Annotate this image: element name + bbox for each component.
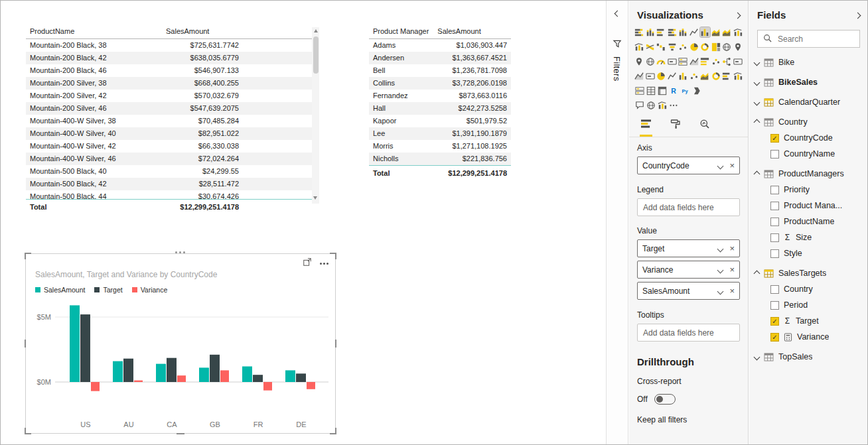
checkbox-Country[interactable] bbox=[770, 285, 779, 294]
table-row[interactable]: Andersen$1,363,667.4521 bbox=[369, 52, 511, 64]
report-canvas[interactable]: ProductNameSalesAmount Mountain-200 Blac… bbox=[1, 1, 606, 444]
remove-field-icon[interactable]: × bbox=[729, 286, 735, 295]
bar-Target-GB[interactable] bbox=[210, 355, 220, 382]
bar-SalesAmount-DE[interactable] bbox=[285, 370, 295, 382]
column-header-salesamount[interactable]: SalesAmount bbox=[433, 25, 511, 38]
power-apps-icon[interactable] bbox=[691, 86, 701, 95]
qna-icon[interactable] bbox=[634, 100, 644, 110]
table-row[interactable]: Mountain-400-W Silver, 46$72,024.264 bbox=[26, 153, 319, 165]
table-row[interactable]: Morris$1,271,108.1925 bbox=[369, 140, 511, 153]
table-row[interactable]: Mountain-200 Silver, 38$668,400.255 bbox=[26, 77, 319, 90]
table-row[interactable]: Mountain-200 Black, 42$638,035.6779 bbox=[26, 52, 319, 64]
key-influencers-icon[interactable] bbox=[711, 56, 721, 66]
tab-format[interactable] bbox=[670, 117, 682, 137]
more-visuals-icon[interactable] bbox=[668, 100, 678, 110]
r-script-visual-icon[interactable]: R bbox=[668, 86, 678, 95]
matrix-icon[interactable] bbox=[657, 86, 667, 95]
stacked-area-chart-icon[interactable] bbox=[722, 27, 732, 37]
custom-visual-8-icon[interactable] bbox=[733, 71, 743, 81]
remove-field-icon[interactable]: × bbox=[729, 161, 735, 170]
gauge-icon[interactable] bbox=[656, 56, 666, 66]
area-chart-icon[interactable] bbox=[711, 27, 721, 37]
smart-narrative-icon[interactable] bbox=[733, 56, 743, 66]
filters-pane-collapsed[interactable]: Filters bbox=[606, 1, 628, 444]
custom-visual-4-icon[interactable] bbox=[689, 71, 699, 81]
field-item-Size[interactable]: ΣSize bbox=[749, 229, 868, 245]
table-row[interactable]: Mountain-500 Black, 42$28,511.472 bbox=[26, 178, 319, 190]
field-item-Country[interactable]: Country bbox=[749, 281, 868, 297]
scroll-down-icon[interactable] bbox=[313, 196, 317, 200]
table-scrollbar[interactable] bbox=[312, 27, 319, 204]
column-header-product-manager[interactable]: Product Manager bbox=[369, 25, 433, 38]
pie-chart-icon[interactable] bbox=[689, 42, 699, 52]
funnel-chart-icon[interactable] bbox=[668, 42, 678, 52]
chevron-down-icon[interactable] bbox=[717, 267, 724, 274]
bar-Variance-CA[interactable] bbox=[177, 375, 186, 382]
100-stacked-bar-chart-icon[interactable] bbox=[668, 27, 678, 37]
chevron-down-icon[interactable] bbox=[754, 99, 760, 105]
bar-Target-CA[interactable] bbox=[167, 358, 177, 382]
custom-visual-3-icon[interactable] bbox=[678, 71, 688, 81]
clustered-column-chart-icon[interactable] bbox=[700, 27, 710, 37]
python-visual-icon[interactable]: Py bbox=[680, 86, 689, 95]
bar-Target-FR[interactable] bbox=[253, 375, 263, 382]
field-pill-Target[interactable]: Target× bbox=[637, 239, 740, 257]
resize-handle[interactable] bbox=[335, 340, 336, 348]
field-item-Priority[interactable]: Priority bbox=[749, 182, 868, 198]
table-row[interactable]: Hall$242,273.5258 bbox=[369, 102, 511, 115]
stacked-column-chart-icon[interactable] bbox=[646, 27, 656, 37]
table-row[interactable]: Nicholls$221,836.756 bbox=[369, 153, 511, 165]
paginated-report-icon[interactable] bbox=[634, 86, 644, 95]
bar-Variance-AU[interactable] bbox=[134, 381, 143, 382]
table-item-CalendarQuarter[interactable]: CalendarQuarter bbox=[749, 94, 868, 110]
chevron-up-icon[interactable] bbox=[754, 170, 760, 177]
bar-SalesAmount-FR[interactable] bbox=[242, 367, 252, 383]
checkbox-CountryCode[interactable]: ✓ bbox=[770, 134, 779, 143]
checkbox-Style[interactable] bbox=[770, 249, 779, 258]
table-row[interactable]: Adams$1,036,903.447 bbox=[369, 39, 511, 52]
filled-map-icon[interactable] bbox=[733, 42, 743, 52]
table-item-BikeSales[interactable]: BikeSales bbox=[749, 74, 868, 90]
table-row[interactable]: Lee$1,391,190.1879 bbox=[369, 127, 511, 140]
table-visual-products[interactable]: ProductNameSalesAmount Mountain-200 Blac… bbox=[26, 25, 319, 218]
table-item-TopSales[interactable]: TopSales bbox=[749, 349, 868, 365]
bar-Target-US[interactable] bbox=[80, 314, 90, 382]
treemap-icon[interactable] bbox=[711, 42, 721, 52]
chevron-down-icon[interactable] bbox=[717, 163, 724, 170]
clustered-bar-chart-icon[interactable] bbox=[656, 27, 666, 37]
bar-Target-DE[interactable] bbox=[296, 373, 306, 382]
legend-item-Target[interactable]: Target bbox=[94, 286, 122, 294]
table-row[interactable]: Mountain-200 Black, 38$725,631.7742 bbox=[26, 39, 319, 52]
table-item-Country[interactable]: Country bbox=[749, 114, 868, 130]
scorecard-icon[interactable] bbox=[646, 71, 656, 81]
ribbon-chart-icon[interactable] bbox=[646, 42, 656, 52]
line-chart-icon[interactable] bbox=[689, 27, 699, 37]
arcgis-map-icon[interactable] bbox=[646, 100, 656, 110]
drag-grip-icon[interactable] bbox=[175, 251, 186, 254]
fields-search[interactable] bbox=[757, 30, 860, 48]
field-pill-CountryCode[interactable]: CountryCode× bbox=[637, 157, 740, 174]
card-icon[interactable] bbox=[668, 56, 678, 66]
field-item-Target[interactable]: ✓ΣTarget bbox=[749, 313, 868, 329]
bar-Variance-DE[interactable] bbox=[307, 382, 315, 389]
bar-Variance-GB[interactable] bbox=[220, 370, 229, 382]
column-header-salesamount[interactable]: SalesAmount bbox=[162, 25, 243, 38]
checkbox-CountryName[interactable] bbox=[770, 150, 779, 159]
table-visual-managers[interactable]: Product ManagerSalesAmount Adams$1,036,9… bbox=[369, 25, 511, 184]
metrics-icon[interactable] bbox=[634, 71, 644, 81]
empty-well-legend[interactable]: Add data fields here bbox=[637, 198, 740, 216]
map-icon[interactable] bbox=[722, 42, 732, 52]
table-row[interactable]: Collins$3,728,206.0198 bbox=[369, 77, 511, 90]
multi-row-card-icon[interactable] bbox=[678, 56, 688, 66]
decomposition-tree-icon[interactable] bbox=[722, 56, 732, 66]
resize-handle[interactable] bbox=[25, 253, 31, 259]
table-row[interactable]: Bell$1,236,781.7098 bbox=[369, 64, 511, 77]
table-item-SalesTargets[interactable]: SalesTargets bbox=[749, 265, 868, 281]
legend-item-SalesAmount[interactable]: SalesAmount bbox=[35, 286, 85, 294]
table-row[interactable]: Fernandez$873,663.0116 bbox=[369, 90, 511, 102]
field-pill-Variance[interactable]: Variance× bbox=[637, 261, 740, 279]
scroll-up-icon[interactable] bbox=[314, 29, 318, 32]
stacked-bar-chart-icon[interactable] bbox=[634, 27, 644, 37]
checkbox-Period[interactable] bbox=[770, 301, 779, 310]
field-pill-SalesAmount[interactable]: SalesAmount× bbox=[637, 282, 740, 300]
